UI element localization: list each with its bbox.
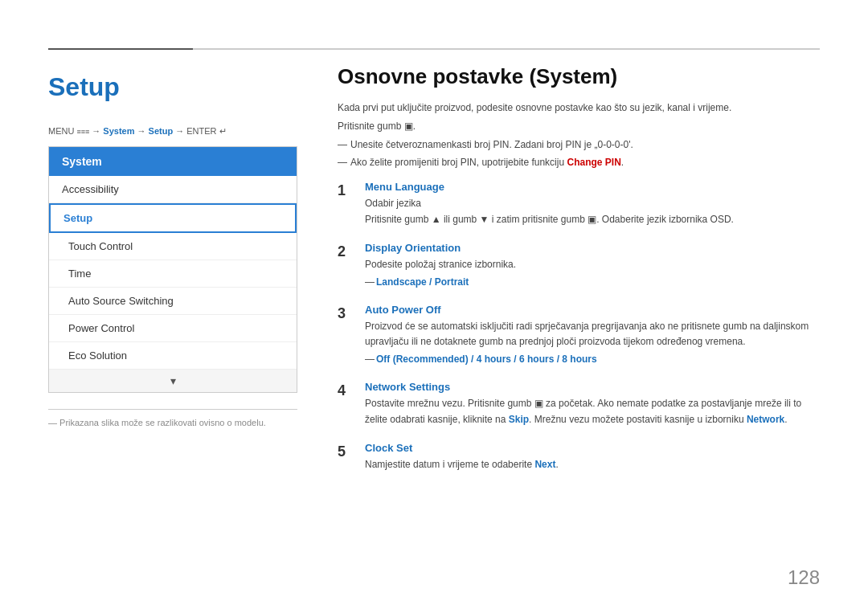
- pin-note-2-prefix: Ako želite promijeniti broj PIN, upotrij…: [350, 157, 567, 168]
- section-title: Osnovne postavke (System): [338, 64, 820, 89]
- sidebar-item-eco-solution[interactable]: Eco Solution: [49, 342, 297, 370]
- intro-text-2: Pritisnite gumb ▣.: [338, 119, 820, 134]
- item-4-heading: Network Settings: [365, 381, 820, 393]
- sidebar-note: ― Prikazana slika može se razlikovati ov…: [48, 409, 297, 427]
- item-2-body: Display Orientation Podesite položaj str…: [365, 242, 820, 289]
- intro-text-1: Kada prvi put uključite proizvod, podesi…: [338, 100, 820, 116]
- page-title: Setup: [48, 72, 297, 102]
- item-menu-language: 1 Menu Language Odabir jezika Pritisnite…: [338, 181, 820, 227]
- item-4-desc: Postavite mrežnu vezu. Pritisnite gumb ▣…: [365, 396, 820, 427]
- item-3-heading: Auto Power Off: [365, 304, 820, 316]
- item-1-heading: Menu Language: [365, 181, 820, 193]
- item-3-sub-text: Off (Recommended) / 4 hours / 6 hours / …: [376, 353, 597, 365]
- sidebar: System Accessibility Setup Touch Control…: [48, 146, 297, 393]
- item-5-body: Clock Set Namjestite datum i vrijeme te …: [365, 442, 820, 472]
- item-1-number: 1: [338, 182, 354, 199]
- network-link[interactable]: Network: [747, 414, 784, 425]
- item-5-desc-suffix: .: [555, 459, 558, 470]
- item-2-number: 2: [338, 243, 354, 260]
- item-1-desc2: Pritisnite gumb ▲ ili gumb ▼ i zatim pri…: [365, 212, 820, 227]
- item-4-number: 4: [338, 382, 354, 399]
- page-number: 128: [788, 566, 820, 589]
- sidebar-item-accessibility[interactable]: Accessibility: [49, 176, 297, 203]
- sidebar-item-auto-source[interactable]: Auto Source Switching: [49, 288, 297, 315]
- pin-note-2: Ako želite promijeniti broj PIN, upotrij…: [338, 155, 820, 170]
- item-1-body: Menu Language Odabir jezika Pritisnite g…: [365, 181, 820, 227]
- item-1-desc1: Odabir jezika: [365, 196, 820, 211]
- item-display-orientation: 2 Display Orientation Podesite položaj s…: [338, 242, 820, 289]
- chevron-down-icon[interactable]: ▾: [49, 370, 297, 392]
- item-3-sub: Off (Recommended) / 4 hours / 6 hours / …: [365, 352, 820, 366]
- left-panel: Setup MENU ≡≡≡ → System → Setup → ENTER …: [48, 64, 297, 549]
- sidebar-header: System: [49, 147, 297, 176]
- item-auto-power-off: 3 Auto Power Off Proizvod će se automats…: [338, 304, 820, 366]
- item-network-settings: 4 Network Settings Postavite mrežnu vezu…: [338, 381, 820, 427]
- top-line: [48, 48, 820, 50]
- sidebar-item-power-control[interactable]: Power Control: [49, 315, 297, 342]
- top-line-accent: [48, 48, 193, 50]
- pin-note-2-suffix: .: [621, 157, 624, 168]
- item-2-desc1: Podesite položaj stranice izbornika.: [365, 257, 820, 272]
- item-3-number: 3: [338, 305, 354, 322]
- item-clock-set: 5 Clock Set Namjestite datum i vrijeme t…: [338, 442, 820, 472]
- item-4-desc-mid: . Mrežnu vezu možete postaviti kasnije u…: [529, 414, 747, 425]
- content-items: 1 Menu Language Odabir jezika Pritisnite…: [338, 181, 820, 472]
- sidebar-item-touch-control[interactable]: Touch Control: [49, 233, 297, 260]
- item-5-desc: Namjestite datum i vrijeme te odaberite …: [365, 457, 820, 472]
- item-2-sub: Landscape / Portrait: [365, 275, 820, 289]
- sidebar-item-setup[interactable]: Setup: [49, 203, 297, 233]
- pin-note-1: Unesite četveroznamenkasti broj PIN. Zad…: [338, 137, 820, 152]
- item-2-sub-text: Landscape / Portrait: [376, 276, 469, 288]
- item-2-heading: Display Orientation: [365, 242, 820, 254]
- sidebar-item-time[interactable]: Time: [49, 260, 297, 288]
- item-5-desc-prefix: Namjestite datum i vrijeme te odaberite: [365, 459, 534, 470]
- item-5-number: 5: [338, 443, 354, 460]
- breadcrumb: MENU ≡≡≡ → System → Setup → ENTER ↵: [48, 126, 297, 137]
- right-panel: Osnovne postavke (System) Kada prvi put …: [338, 64, 820, 549]
- item-4-body: Network Settings Postavite mrežnu vezu. …: [365, 381, 820, 427]
- item-4-desc-suffix: .: [784, 414, 787, 425]
- item-3-body: Auto Power Off Proizvod će se automatski…: [365, 304, 820, 366]
- item-3-desc1: Proizvod će se automatski isključiti rad…: [365, 319, 820, 349]
- change-pin-link[interactable]: Change PIN: [567, 157, 620, 168]
- item-5-heading: Clock Set: [365, 442, 820, 454]
- skip-link[interactable]: Skip: [509, 414, 529, 425]
- next-link[interactable]: Next: [534, 459, 555, 470]
